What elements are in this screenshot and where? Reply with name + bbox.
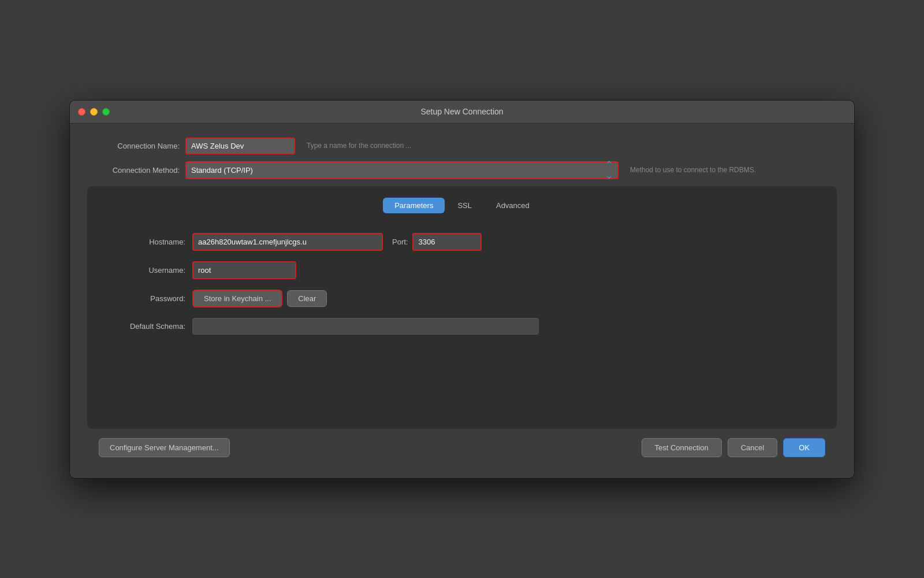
tab-advanced[interactable]: Advanced: [485, 198, 541, 213]
ok-button[interactable]: OK: [783, 438, 825, 457]
connection-method-select-wrapper: Standard (TCP/IP) Local Socket/Pipe Stan…: [185, 161, 619, 179]
parameters-tab-content: Hostname: Port: Username: Password: Stor…: [99, 227, 825, 351]
maximize-button[interactable]: [102, 108, 110, 116]
port-label: Port:: [392, 238, 408, 246]
connection-method-label: Connection Method:: [87, 166, 180, 175]
default-schema-row: Default Schema:: [110, 318, 814, 335]
hostname-input[interactable]: [192, 233, 383, 251]
store-in-keychain-button[interactable]: Store in Keychain ...: [192, 290, 282, 307]
connection-name-area: Type a name for the connection ...: [185, 138, 837, 154]
tabs-header: Parameters SSL Advanced: [99, 198, 825, 213]
connection-method-row: Connection Method: Standard (TCP/IP) Loc…: [87, 161, 837, 179]
default-schema-label: Default Schema:: [110, 322, 185, 331]
clear-button[interactable]: Clear: [287, 290, 327, 307]
close-button[interactable]: [78, 108, 85, 116]
connection-name-label: Connection Name:: [87, 142, 180, 150]
password-label: Password:: [110, 294, 185, 303]
username-input[interactable]: [192, 261, 296, 279]
bottom-bar: Configure Server Management... Test Conn…: [87, 429, 837, 466]
connection-name-input[interactable]: [185, 138, 295, 154]
username-row: Username:: [110, 261, 814, 279]
cancel-button[interactable]: Cancel: [728, 438, 777, 457]
connection-method-select[interactable]: Standard (TCP/IP) Local Socket/Pipe Stan…: [185, 161, 619, 179]
configure-server-management-button[interactable]: Configure Server Management...: [99, 438, 230, 457]
tab-ssl[interactable]: SSL: [446, 198, 483, 213]
connection-method-hint: Method to use to connect to the RDBMS.: [630, 166, 756, 174]
minimize-button[interactable]: [90, 108, 98, 116]
username-label: Username:: [110, 266, 185, 275]
traffic-lights: [78, 108, 110, 116]
test-connection-button[interactable]: Test Connection: [642, 438, 722, 457]
titlebar: Setup New Connection: [70, 101, 854, 124]
port-input[interactable]: [412, 233, 482, 251]
hostname-port-row: Hostname: Port:: [110, 233, 814, 251]
tabs-container: Parameters SSL Advanced Hostname: Port: …: [87, 186, 837, 429]
window-content: Connection Name: Type a name for the con…: [70, 124, 854, 478]
default-schema-input[interactable]: [192, 318, 539, 335]
bottom-right: Test Connection Cancel OK: [642, 438, 826, 457]
connection-name-hint: Type a name for the connection ...: [307, 142, 411, 150]
password-row: Password: Store in Keychain ... Clear: [110, 290, 814, 307]
hostname-label: Hostname:: [110, 238, 185, 246]
window-title: Setup New Connection: [420, 107, 503, 116]
bottom-left: Configure Server Management...: [99, 438, 230, 457]
tab-parameters[interactable]: Parameters: [383, 198, 445, 213]
connection-name-row: Connection Name: Type a name for the con…: [87, 138, 837, 154]
setup-new-connection-window: Setup New Connection Connection Name: Ty…: [69, 100, 855, 479]
